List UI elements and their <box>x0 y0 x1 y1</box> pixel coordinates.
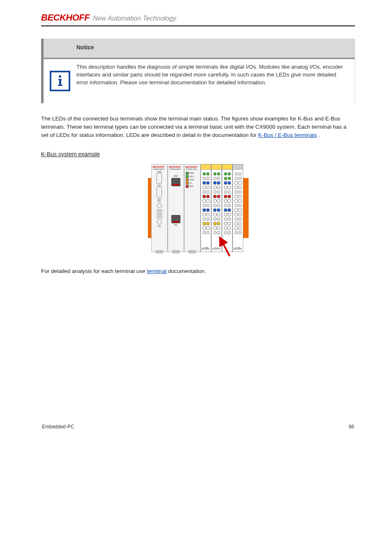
tagline: New Automation Technology <box>93 15 176 22</box>
diagram: BECKHOFF CX9000-N010 USB X10 X11 DVI X12 <box>41 163 355 256</box>
svg-rect-3 <box>58 85 62 86</box>
svg-point-0 <box>59 75 61 78</box>
terminal-kl1002: KL 1002BECKHOFF <box>201 164 211 252</box>
terminal-top <box>212 164 221 170</box>
rj45-icon <box>171 215 180 223</box>
terminal-link[interactable]: terminal <box>147 268 166 274</box>
notice-box: Notice This description handles the diag… <box>41 39 355 103</box>
terminal-top <box>222 164 232 170</box>
kbus-ebus-link[interactable]: K-Bus / E-Bus terminals <box>258 132 317 138</box>
paragraph-2: For detailed analysis for each terminal … <box>41 267 355 275</box>
led-icon <box>186 185 189 188</box>
terminal-top <box>233 164 243 170</box>
svg-line-4 <box>220 238 230 256</box>
dvi-icon <box>157 203 162 208</box>
paragraph-1: The LEDs of the connected bus terminals … <box>41 115 355 140</box>
terminal-top <box>201 164 211 170</box>
connector-grille-icon <box>157 209 162 218</box>
svg-rect-2 <box>59 79 61 85</box>
footer-page-number: 66 <box>349 424 354 430</box>
notice-body: This description handles the diagnosis o… <box>76 59 355 103</box>
led-icon <box>186 175 189 178</box>
subheading-kbus: K-Bus system example <box>41 151 355 157</box>
led-icon <box>186 182 189 185</box>
notice-title: Notice <box>76 44 94 51</box>
usb-port-icon <box>157 187 162 197</box>
module-cx9000-1000: BECKHOFF CX9000-1000 PWR LAN 1 LAN2 L/A … <box>184 164 201 252</box>
port-icon <box>157 220 162 224</box>
module-cx9000-n010: BECKHOFF CX9000-N010 USB X10 X11 DVI X12 <box>151 164 168 252</box>
clip-icon <box>189 250 196 253</box>
module-cx9000-n000: BECKHOFF CX9000-N000 X001 X02 <box>168 164 184 252</box>
led-icon <box>186 178 189 181</box>
page-footer: Embedded-PC 66 <box>41 424 355 430</box>
led-icon <box>186 172 189 175</box>
rj45-icon <box>171 178 180 186</box>
usb-port-icon <box>157 173 162 184</box>
page-header: BECKHOFF New Automation Technology <box>41 12 355 26</box>
info-icon <box>44 59 76 103</box>
footer-left: Embedded-PC <box>42 424 74 430</box>
brand-logo: BECKHOFF <box>41 12 90 23</box>
arrow-icon <box>215 234 235 258</box>
clip-icon <box>172 250 180 253</box>
clip-icon <box>156 250 163 253</box>
